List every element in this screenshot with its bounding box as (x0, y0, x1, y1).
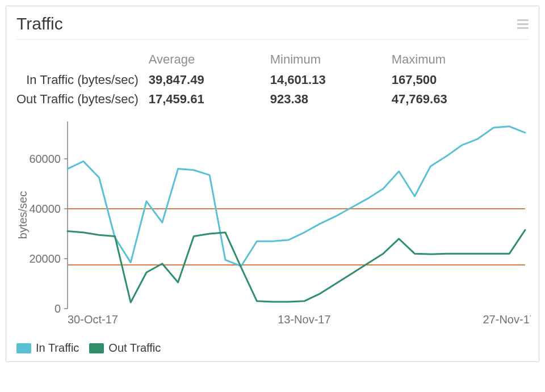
stats-table: Average Minimum Maximum In Traffic (byte… (16, 50, 513, 109)
out-min: 923.38 (270, 90, 392, 109)
panel-title: Traffic (16, 14, 63, 33)
legend-swatch-out (89, 343, 104, 353)
legend-out[interactable]: Out Traffic (89, 342, 161, 355)
legend-label-out: Out Traffic (108, 342, 161, 355)
line-chart-svg: 0200004000060000bytes/sec30-Oct-1713-Nov… (16, 116, 531, 331)
svg-text:20000: 20000 (29, 252, 61, 265)
table-row: In Traffic (bytes/sec) 39,847.49 14,601.… (16, 70, 513, 90)
col-minimum: Minimum (270, 50, 392, 70)
svg-text:27-Nov-17: 27-Nov-17 (483, 313, 531, 326)
hamburger-icon[interactable] (517, 19, 529, 29)
divider (16, 39, 529, 40)
svg-text:0: 0 (54, 302, 61, 315)
out-max: 47,769.63 (392, 90, 513, 109)
svg-text:bytes/sec: bytes/sec (16, 191, 29, 239)
out-avg: 17,459.61 (149, 90, 270, 109)
table-row: Out Traffic (bytes/sec) 17,459.61 923.38… (16, 90, 513, 109)
col-average: Average (149, 50, 270, 70)
legend-in[interactable]: In Traffic (16, 342, 79, 355)
col-maximum: Maximum (392, 50, 513, 70)
svg-text:40000: 40000 (29, 203, 61, 215)
svg-text:60000: 60000 (29, 153, 61, 165)
row-label: In Traffic (bytes/sec) (16, 70, 149, 90)
in-avg: 39,847.49 (149, 70, 270, 90)
in-min: 14,601.13 (270, 70, 392, 90)
legend-label-in: In Traffic (36, 342, 79, 355)
svg-text:30-Oct-17: 30-Oct-17 (68, 313, 118, 326)
legend: In Traffic Out Traffic (16, 342, 529, 355)
in-max: 167,500 (392, 70, 513, 90)
traffic-chart: 0200004000060000bytes/sec30-Oct-1713-Nov… (16, 116, 529, 334)
svg-text:13-Nov-17: 13-Nov-17 (278, 313, 330, 326)
row-label: Out Traffic (bytes/sec) (16, 90, 149, 109)
traffic-panel: Traffic Average Minimum Maximum In Traff… (6, 6, 539, 362)
legend-swatch-in (16, 343, 31, 353)
